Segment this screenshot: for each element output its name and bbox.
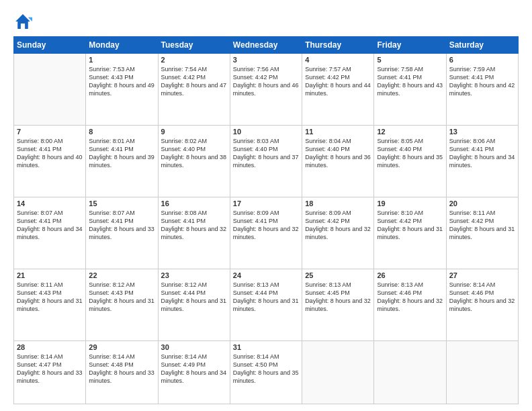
cell-sun-data: Sunrise: 8:13 AM Sunset: 4:44 PM Dayligh…: [233, 281, 299, 314]
day-number: 18: [305, 199, 371, 208]
calendar-cell: 29Sunrise: 8:14 AM Sunset: 4:48 PM Dayli…: [86, 341, 158, 404]
calendar-week-5: 28Sunrise: 8:14 AM Sunset: 4:47 PM Dayli…: [14, 341, 519, 404]
weekday-header-saturday: Saturday: [446, 37, 518, 54]
weekday-header-friday: Friday: [374, 37, 446, 54]
calendar-cell: 3Sunrise: 7:56 AM Sunset: 4:42 PM Daylig…: [230, 54, 302, 126]
day-number: 6: [449, 56, 515, 64]
cell-sun-data: Sunrise: 8:14 AM Sunset: 4:49 PM Dayligh…: [161, 353, 227, 385]
cell-sun-data: Sunrise: 8:13 AM Sunset: 4:45 PM Dayligh…: [305, 281, 371, 314]
cell-sun-data: Sunrise: 8:07 AM Sunset: 4:41 PM Dayligh…: [17, 209, 83, 242]
calendar-cell: 16Sunrise: 8:08 AM Sunset: 4:41 PM Dayli…: [158, 197, 230, 269]
calendar-table: SundayMondayTuesdayWednesdayThursdayFrid…: [13, 36, 519, 404]
day-number: 4: [305, 56, 371, 64]
calendar-cell: 5Sunrise: 7:58 AM Sunset: 4:41 PM Daylig…: [374, 54, 446, 126]
calendar-cell: 27Sunrise: 8:14 AM Sunset: 4:46 PM Dayli…: [446, 269, 518, 341]
cell-sun-data: Sunrise: 8:12 AM Sunset: 4:43 PM Dayligh…: [89, 281, 154, 314]
calendar-cell: 13Sunrise: 8:06 AM Sunset: 4:41 PM Dayli…: [446, 126, 518, 197]
cell-sun-data: Sunrise: 8:11 AM Sunset: 4:43 PM Dayligh…: [17, 281, 83, 314]
cell-sun-data: Sunrise: 7:54 AM Sunset: 4:42 PM Dayligh…: [161, 65, 227, 98]
calendar-cell: [374, 341, 446, 404]
calendar-cell: 30Sunrise: 8:14 AM Sunset: 4:49 PM Dayli…: [158, 341, 230, 404]
day-number: 27: [449, 271, 515, 279]
calendar-cell: 21Sunrise: 8:11 AM Sunset: 4:43 PM Dayli…: [14, 269, 86, 341]
day-number: 21: [17, 271, 83, 279]
page: SundayMondayTuesdayWednesdayThursdayFrid…: [0, 0, 532, 411]
calendar-week-1: 1Sunrise: 7:53 AM Sunset: 4:43 PM Daylig…: [14, 54, 519, 126]
calendar-cell: 1Sunrise: 7:53 AM Sunset: 4:43 PM Daylig…: [86, 54, 158, 126]
calendar-cell: 8Sunrise: 8:01 AM Sunset: 4:41 PM Daylig…: [86, 126, 158, 197]
calendar-week-4: 21Sunrise: 8:11 AM Sunset: 4:43 PM Dayli…: [14, 269, 519, 341]
logo: [13, 12, 35, 31]
cell-sun-data: Sunrise: 8:14 AM Sunset: 4:50 PM Dayligh…: [233, 353, 299, 385]
calendar-cell: 15Sunrise: 8:07 AM Sunset: 4:41 PM Dayli…: [86, 197, 158, 269]
day-number: 16: [161, 199, 227, 208]
calendar-cell: 17Sunrise: 8:09 AM Sunset: 4:41 PM Dayli…: [230, 197, 302, 269]
cell-sun-data: Sunrise: 7:58 AM Sunset: 4:41 PM Dayligh…: [377, 65, 443, 98]
calendar-cell: 7Sunrise: 8:00 AM Sunset: 4:41 PM Daylig…: [14, 126, 86, 197]
calendar-cell: 23Sunrise: 8:12 AM Sunset: 4:44 PM Dayli…: [158, 269, 230, 341]
calendar-cell: 22Sunrise: 8:12 AM Sunset: 4:43 PM Dayli…: [86, 269, 158, 341]
day-number: 9: [161, 128, 227, 136]
calendar-cell: [446, 341, 518, 404]
day-number: 24: [233, 271, 299, 279]
weekday-header-thursday: Thursday: [302, 37, 374, 54]
day-number: 14: [17, 199, 83, 208]
cell-sun-data: Sunrise: 8:09 AM Sunset: 4:41 PM Dayligh…: [233, 209, 299, 242]
cell-sun-data: Sunrise: 8:13 AM Sunset: 4:46 PM Dayligh…: [377, 281, 443, 314]
day-number: 19: [377, 199, 443, 208]
day-number: 13: [449, 128, 515, 136]
cell-sun-data: Sunrise: 8:04 AM Sunset: 4:40 PM Dayligh…: [305, 137, 371, 170]
weekday-header-sunday: Sunday: [14, 37, 86, 54]
calendar-cell: 19Sunrise: 8:10 AM Sunset: 4:42 PM Dayli…: [374, 197, 446, 269]
day-number: 25: [305, 271, 371, 279]
cell-sun-data: Sunrise: 7:53 AM Sunset: 4:43 PM Dayligh…: [89, 65, 154, 98]
calendar-week-3: 14Sunrise: 8:07 AM Sunset: 4:41 PM Dayli…: [14, 197, 519, 269]
svg-marker-0: [15, 14, 30, 29]
weekday-header-monday: Monday: [86, 37, 158, 54]
day-number: 23: [161, 271, 227, 279]
calendar-cell: 10Sunrise: 8:03 AM Sunset: 4:40 PM Dayli…: [230, 126, 302, 197]
day-number: 7: [17, 128, 83, 136]
calendar-cell: 12Sunrise: 8:05 AM Sunset: 4:40 PM Dayli…: [374, 126, 446, 197]
day-number: 20: [449, 199, 515, 208]
day-number: 28: [17, 343, 83, 351]
calendar-cell: 20Sunrise: 8:11 AM Sunset: 4:42 PM Dayli…: [446, 197, 518, 269]
cell-sun-data: Sunrise: 8:14 AM Sunset: 4:48 PM Dayligh…: [89, 353, 154, 385]
calendar-cell: 25Sunrise: 8:13 AM Sunset: 4:45 PM Dayli…: [302, 269, 374, 341]
calendar-cell: 28Sunrise: 8:14 AM Sunset: 4:47 PM Dayli…: [14, 341, 86, 404]
day-number: 3: [233, 56, 299, 64]
weekday-header-tuesday: Tuesday: [158, 37, 230, 54]
weekday-header-wednesday: Wednesday: [230, 37, 302, 54]
cell-sun-data: Sunrise: 8:01 AM Sunset: 4:41 PM Dayligh…: [89, 137, 154, 170]
calendar-week-2: 7Sunrise: 8:00 AM Sunset: 4:41 PM Daylig…: [14, 126, 519, 197]
cell-sun-data: Sunrise: 8:08 AM Sunset: 4:41 PM Dayligh…: [161, 209, 227, 242]
cell-sun-data: Sunrise: 8:06 AM Sunset: 4:41 PM Dayligh…: [449, 137, 515, 170]
cell-sun-data: Sunrise: 7:59 AM Sunset: 4:41 PM Dayligh…: [449, 65, 515, 98]
calendar-cell: 6Sunrise: 7:59 AM Sunset: 4:41 PM Daylig…: [446, 54, 518, 126]
day-number: 11: [305, 128, 371, 136]
day-number: 8: [89, 128, 154, 136]
cell-sun-data: Sunrise: 8:14 AM Sunset: 4:47 PM Dayligh…: [17, 353, 83, 385]
cell-sun-data: Sunrise: 8:14 AM Sunset: 4:46 PM Dayligh…: [449, 281, 515, 314]
day-number: 17: [233, 199, 299, 208]
calendar-cell: 31Sunrise: 8:14 AM Sunset: 4:50 PM Dayli…: [230, 341, 302, 404]
day-number: 10: [233, 128, 299, 136]
cell-sun-data: Sunrise: 8:05 AM Sunset: 4:40 PM Dayligh…: [377, 137, 443, 170]
cell-sun-data: Sunrise: 7:56 AM Sunset: 4:42 PM Dayligh…: [233, 65, 299, 98]
day-number: 2: [161, 56, 227, 64]
day-number: 26: [377, 271, 443, 279]
calendar-cell: 4Sunrise: 7:57 AM Sunset: 4:42 PM Daylig…: [302, 54, 374, 126]
calendar-cell: 2Sunrise: 7:54 AM Sunset: 4:42 PM Daylig…: [158, 54, 230, 126]
day-number: 12: [377, 128, 443, 136]
calendar-cell: [14, 54, 86, 126]
cell-sun-data: Sunrise: 8:00 AM Sunset: 4:41 PM Dayligh…: [17, 137, 83, 170]
day-number: 22: [89, 271, 154, 279]
day-number: 30: [161, 343, 227, 351]
cell-sun-data: Sunrise: 8:09 AM Sunset: 4:42 PM Dayligh…: [305, 209, 371, 242]
cell-sun-data: Sunrise: 8:07 AM Sunset: 4:41 PM Dayligh…: [89, 209, 154, 242]
cell-sun-data: Sunrise: 8:02 AM Sunset: 4:40 PM Dayligh…: [161, 137, 227, 170]
day-number: 15: [89, 199, 154, 208]
calendar-cell: 18Sunrise: 8:09 AM Sunset: 4:42 PM Dayli…: [302, 197, 374, 269]
cell-sun-data: Sunrise: 8:03 AM Sunset: 4:40 PM Dayligh…: [233, 137, 299, 170]
cell-sun-data: Sunrise: 8:12 AM Sunset: 4:44 PM Dayligh…: [161, 281, 227, 314]
